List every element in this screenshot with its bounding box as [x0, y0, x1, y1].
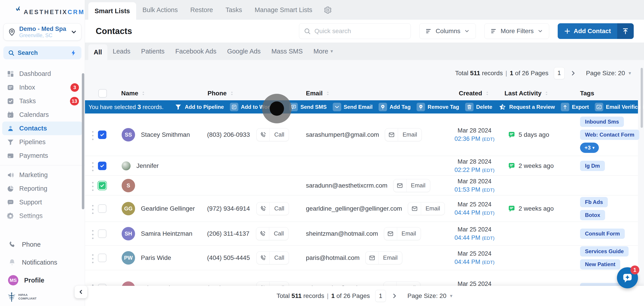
- column-header-tags[interactable]: Tags: [575, 90, 638, 97]
- email-button[interactable]: Email: [366, 251, 402, 264]
- drag-handle-icon[interactable]: [91, 204, 94, 213]
- row-checkbox[interactable]: [98, 204, 106, 213]
- contact-name[interactable]: Jennifer: [136, 162, 159, 169]
- email-button[interactable]: Email: [408, 202, 445, 215]
- sidebar-item-calendars[interactable]: Calendars: [0, 108, 85, 122]
- table-row[interactable]: PW Paris Wide (404) 505-4445 Call paris@…: [85, 245, 638, 270]
- sidebar-item-tasks[interactable]: Tasks 13: [0, 94, 85, 108]
- table-row[interactable]: SH Samira Heintzman (206) 311-4137 Call …: [85, 222, 638, 245]
- column-header-email[interactable]: Email: [300, 90, 448, 97]
- drag-handle-icon[interactable]: [91, 161, 94, 170]
- topnav-tab-bulk-actions[interactable]: Bulk Actions: [136, 0, 184, 20]
- sidebar-item-dashboard[interactable]: Dashboard: [0, 67, 85, 81]
- sidebar-scrollbar[interactable]: [82, 73, 84, 209]
- action-add-to-pipeline[interactable]: Add to Pipeline: [174, 103, 224, 111]
- sidebar-item-settings[interactable]: Settings: [0, 209, 85, 223]
- sidebar-item-phone[interactable]: Phone: [0, 235, 82, 253]
- contact-name[interactable]: Stacey Smithman: [141, 131, 190, 138]
- contact-name[interactable]: Paris Wide: [141, 254, 171, 261]
- filter-tab-leads[interactable]: Leads: [107, 43, 136, 60]
- more-filters-button[interactable]: More Filters: [484, 23, 549, 39]
- email-button[interactable]: Email: [385, 128, 422, 141]
- sidebar-item-reporting[interactable]: Reporting: [0, 182, 85, 195]
- more-tags-button[interactable]: +3▾: [580, 143, 599, 153]
- topnav-tab-restore[interactable]: Restore: [184, 0, 219, 20]
- settings-gear-icon[interactable]: [324, 6, 332, 14]
- tag-chip[interactable]: Consult Form: [580, 228, 625, 239]
- contact-name[interactable]: Gearldine Gellinger: [141, 205, 195, 212]
- action-add-to-workflow[interactable]: Add to Workflow: [230, 103, 283, 111]
- row-checkbox[interactable]: [98, 181, 106, 190]
- drag-handle-icon[interactable]: [91, 181, 94, 190]
- location-switcher[interactable]: Demo - Med Spa Greenville, SC: [3, 23, 82, 41]
- main-scrollbar[interactable]: [641, 68, 643, 128]
- filter-tab-facebook-ads[interactable]: Facebook Ads: [170, 43, 222, 60]
- action-remove-tag[interactable]: Remove Tag: [416, 103, 459, 111]
- sidebar-item-contacts[interactable]: Contacts: [2, 122, 82, 135]
- sidebar-item-payments[interactable]: Payments: [0, 149, 85, 163]
- action-request-a-review[interactable]: Request a Review: [498, 103, 555, 111]
- topnav-tab-manage-smart-lists[interactable]: Manage Smart Lists: [248, 0, 319, 20]
- row-checkbox[interactable]: [98, 229, 106, 238]
- sidebar-item-inbox[interactable]: Inbox 3: [0, 81, 85, 94]
- sidebar-item-pipelines[interactable]: Pipelines: [0, 135, 85, 149]
- footer-page-size-select[interactable]: Page Size: 20▾: [408, 292, 452, 299]
- quick-search-input[interactable]: [314, 28, 406, 35]
- drag-handle-icon[interactable]: [91, 253, 94, 262]
- table-row[interactable]: GG Gearldine Gellinger (972) 934-6914 Ca…: [85, 195, 638, 222]
- contact-name[interactable]: Samira Heintzman: [141, 230, 192, 237]
- action-add-tag[interactable]: Add Tag: [378, 103, 410, 111]
- next-page-button[interactable]: [570, 70, 576, 76]
- tag-chip[interactable]: Web: Contact Form: [580, 130, 639, 140]
- tag-chip[interactable]: New Patient: [580, 259, 620, 269]
- tag-chip[interactable]: Services Guide: [580, 246, 628, 256]
- page-size-select[interactable]: Page Size: 20▾: [586, 70, 631, 77]
- sidebar-search[interactable]: Search: [3, 46, 82, 59]
- topnav-tab-smart-lists[interactable]: Smart Lists: [88, 2, 136, 20]
- call-button[interactable]: Call: [256, 227, 288, 240]
- filter-tab-all[interactable]: All: [88, 44, 107, 60]
- filter-tab-google-ads[interactable]: Google Ads: [222, 43, 266, 60]
- call-button[interactable]: Call: [256, 128, 289, 141]
- action-export[interactable]: Export: [561, 103, 589, 111]
- table-row[interactable]: SS Stacey Smithman (803) 206-0933 Call s…: [85, 114, 638, 156]
- action-send-email[interactable]: Send Email: [333, 103, 372, 111]
- sidebar-item-notifications[interactable]: Notifications: [0, 253, 82, 271]
- call-button[interactable]: Call: [256, 202, 289, 215]
- tag-chip[interactable]: Ig Dm: [580, 161, 605, 171]
- tag-chip[interactable]: Inbound Sms: [580, 117, 624, 127]
- filter-tab-more[interactable]: More▾: [308, 43, 338, 60]
- column-header-last-activity[interactable]: Last Activity: [501, 90, 575, 97]
- email-button[interactable]: Email: [384, 227, 421, 240]
- select-all-checkbox[interactable]: [98, 89, 107, 98]
- footer-next-page-button[interactable]: [391, 293, 398, 299]
- row-checkbox[interactable]: [98, 254, 106, 262]
- sidebar-collapse-button[interactable]: [74, 285, 88, 298]
- table-row[interactable]: S saradunn@aesthetixcrm.com Email Mar 28…: [85, 176, 638, 195]
- column-header-name[interactable]: Name: [111, 90, 203, 97]
- filter-tab-patients[interactable]: Patients: [136, 43, 170, 60]
- sidebar-item-profile[interactable]: MS Profile: [0, 271, 82, 289]
- add-contact-button[interactable]: Add Contact: [558, 23, 634, 39]
- action-email-verification[interactable]: Email Verification: [595, 103, 644, 111]
- page-number-input[interactable]: 1: [554, 67, 564, 79]
- footer-page-number-input[interactable]: 1: [375, 290, 386, 302]
- sidebar-item-support[interactable]: Support: [0, 195, 85, 209]
- topnav-tab-tasks[interactable]: Tasks: [219, 0, 248, 20]
- tag-chip[interactable]: Fb Ads: [580, 197, 608, 207]
- chat-widget-button[interactable]: 1: [617, 267, 638, 288]
- call-button[interactable]: Call: [256, 251, 289, 264]
- columns-button[interactable]: Columns: [419, 23, 476, 39]
- sidebar-item-marketing[interactable]: Marketing: [0, 168, 85, 182]
- row-checkbox[interactable]: [98, 131, 106, 139]
- tag-chip[interactable]: Botox: [580, 210, 605, 220]
- drag-handle-icon[interactable]: [91, 229, 94, 238]
- filter-tab-mass-sms[interactable]: Mass SMS: [266, 43, 308, 60]
- column-header-phone[interactable]: Phone: [203, 90, 300, 97]
- import-contacts-button[interactable]: [617, 23, 634, 39]
- action-delete[interactable]: Delete: [465, 103, 492, 111]
- row-checkbox[interactable]: [98, 162, 106, 170]
- action-send-sms[interactable]: Send SMS: [289, 103, 326, 111]
- column-header-created[interactable]: Created: [448, 90, 501, 97]
- table-row[interactable]: Jennifer Mar 28 2024 02:22 PM (EDT) 2 we…: [85, 156, 638, 176]
